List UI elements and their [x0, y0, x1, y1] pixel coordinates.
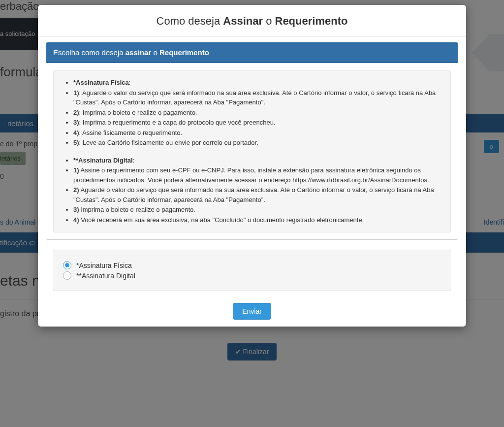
physical-step-4: 4): Assine fisicamente o requerimento. — [73, 128, 441, 138]
radio-physical-signature[interactable]: *Assinatura Física — [63, 261, 441, 269]
physical-signature-heading: *Assinatura Física: — [73, 78, 441, 88]
physical-step-3: 3): Imprima o requerimento e a capa do p… — [73, 118, 441, 128]
radio-label: *Assinatura Física — [76, 262, 132, 269]
physical-step-1: 1): Aguarde o valor do serviço que será … — [73, 88, 441, 107]
digital-signature-heading: **Assinatura Digital: — [73, 156, 441, 165]
instructions-well: *Assinatura Física: 1): Aguarde o valor … — [53, 70, 451, 232]
send-button[interactable]: Enviar — [233, 303, 271, 320]
instructions-panel: Escolha como deseja assinar o Requerimen… — [46, 42, 458, 240]
radio-label: **Assinatura Digital — [76, 272, 135, 280]
digital-step-3: 3) Imprima o boleto e realize o pagament… — [73, 205, 441, 215]
radio-icon — [63, 261, 71, 269]
signature-modal: Como deseja Assinar o Requerimento Escol… — [38, 5, 466, 327]
modal-title: Como deseja Assinar o Requerimento — [38, 5, 466, 37]
digital-step-1: 1) Assine o requerimento com seu e-CPF o… — [73, 165, 441, 185]
physical-step-5: 5): Leve ao Cartório fisicamente ou envi… — [73, 138, 441, 148]
instructions-panel-title: Escolha como deseja assinar o Requerimen… — [46, 42, 458, 63]
digital-step-2: 2) Aguarde o valor do serviço que será i… — [73, 185, 441, 204]
physical-step-2: 2): Imprima o boleto e realize o pagamen… — [73, 108, 441, 118]
radio-digital-signature[interactable]: **Assinatura Digital — [63, 271, 441, 280]
radio-icon — [63, 271, 71, 280]
signature-options: *Assinatura Física **Assinatura Digital — [53, 250, 451, 291]
digital-step-4: 4) Você receberá em sua área exclusiva, … — [73, 215, 441, 225]
